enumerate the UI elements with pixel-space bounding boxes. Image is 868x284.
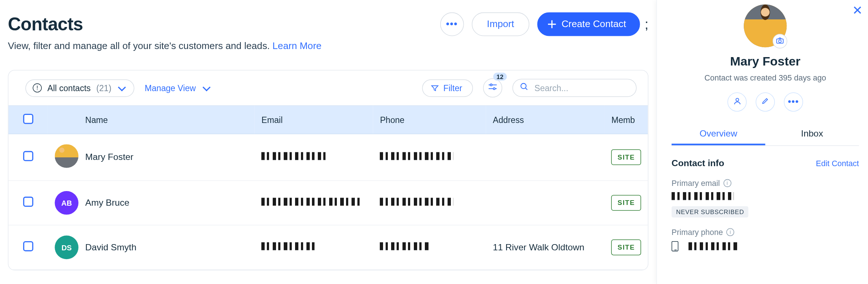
svg-line-5 [525,88,527,90]
row-checkbox[interactable] [23,151,33,161]
cell-email [255,180,373,225]
row-checkbox[interactable] [23,197,33,207]
cell-member: SITE [604,225,648,270]
import-button[interactable]: Import [472,12,529,36]
cell-member: SITE [604,180,648,225]
alert-icon: ! [33,83,42,93]
manage-view-link[interactable]: Manage View [145,83,209,93]
cell-address [486,180,604,225]
chevron-down-icon [118,83,126,91]
col-member[interactable]: Memb [604,106,648,134]
avatar [55,144,78,168]
contacts-table: Name Email Phone Address Memb Mary Foste… [8,105,648,270]
avatar: AB [55,191,78,215]
svg-point-4 [521,83,526,89]
view-name: All contacts [47,83,91,93]
edit-contact-link[interactable]: Edit Contact [816,159,859,168]
cell-address [486,134,604,181]
svg-point-3 [493,88,495,90]
cell-email [255,134,373,181]
more-actions-button[interactable]: ••• [440,12,464,36]
trailing-punct: ; [645,16,648,32]
learn-more-link[interactable]: Learn More [272,41,321,51]
search-box[interactable] [512,79,637,97]
col-name[interactable]: Name [78,106,255,134]
plus-icon [548,20,556,28]
cell-address: 11 River Walk Oldtown [486,225,604,270]
col-address[interactable]: Address [486,106,604,134]
info-icon[interactable]: i [723,179,731,187]
more-icon: ••• [446,19,458,30]
cell-phone [373,134,486,181]
columns-settings-button[interactable] [483,78,502,97]
filter-icon [430,84,439,92]
subscription-status-tag: NEVER SUBSCRIBED [672,206,749,217]
change-photo-button[interactable] [773,34,787,48]
cell-phone [373,225,486,270]
col-phone[interactable]: Phone [373,106,486,134]
primary-phone-label: Primary phone i [672,228,859,237]
table-row[interactable]: Mary FosterSITE [8,134,648,181]
svg-point-1 [490,84,492,86]
contact-detail-panel: ✕ Mary Foster Contact was created 395 da… [656,0,868,284]
page-title: Contacts [8,14,83,35]
tab-overview[interactable]: Overview [672,124,765,146]
cell-phone [373,180,486,225]
sliders-icon [488,83,497,93]
create-contact-button[interactable]: Create Contact [537,12,640,36]
cell-name: Mary Foster [78,134,255,181]
primary-email-label: Primary email i [672,179,859,188]
info-icon[interactable]: i [727,228,735,236]
search-icon [520,82,529,94]
more-button[interactable]: ••• [784,92,803,111]
chevron-down-icon [203,83,211,91]
user-icon [733,97,741,107]
row-checkbox[interactable] [23,241,33,251]
svg-point-7 [779,40,781,42]
cell-name: Amy Bruce [78,180,255,225]
cell-email [255,225,373,270]
contact-name: Mary Foster [672,54,859,69]
primary-email-value [672,192,733,200]
mobile-icon [672,241,678,251]
view-count: (21) [96,83,111,93]
contact-created: Contact was created 395 days ago [672,73,859,82]
col-email[interactable]: Email [255,106,373,134]
camera-icon [776,36,784,46]
page-subtitle: View, filter and manage all of your site… [8,41,648,52]
search-input[interactable] [534,83,642,93]
select-all-checkbox[interactable] [23,114,33,124]
avatar: DS [55,236,78,259]
edit-button[interactable] [756,92,775,111]
svg-point-8 [736,98,739,101]
close-icon[interactable]: ✕ [852,3,863,18]
tab-inbox[interactable]: Inbox [765,124,859,146]
cell-member: SITE [604,134,648,181]
more-icon: ••• [788,97,799,107]
table-row[interactable]: DSDavid Smyth11 River Walk OldtownSITE [8,225,648,270]
columns-count-badge: 12 [493,73,507,81]
view-selector[interactable]: ! All contacts (21) [25,79,135,97]
pencil-icon [761,97,769,107]
assign-button[interactable] [728,92,747,111]
table-row[interactable]: ABAmy BruceSITE [8,180,648,225]
section-title: Contact info [672,158,724,169]
primary-phone-value [688,242,739,250]
cell-name: David Smyth [78,225,255,270]
filter-button[interactable]: Filter [422,79,473,97]
